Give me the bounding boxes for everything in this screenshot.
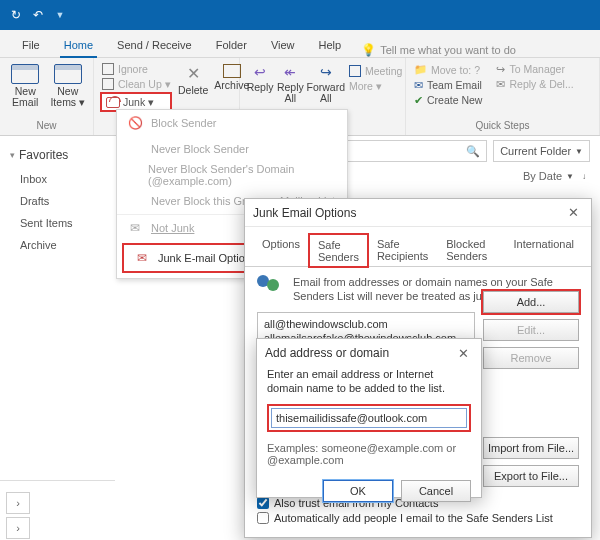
delete-button[interactable]: ✕ Delete [178,62,208,112]
qat-dropdown-icon[interactable]: ▼ [50,5,70,25]
edit-button: Edit... [483,319,579,341]
people-icon [257,275,285,295]
sidebar-item-inbox[interactable]: Inbox [0,168,115,190]
meeting-button[interactable]: Meeting [347,64,399,78]
menu-never-block-domain: Never Block Sender's Domain (@example.co… [117,162,347,188]
undo-icon[interactable]: ↶ [28,5,48,25]
address-input[interactable] [271,408,467,428]
favorites-header[interactable]: Favorites [0,136,115,168]
chevron-down-icon: ▼ [566,172,574,181]
sidebar-item-sent[interactable]: Sent Items [0,212,115,234]
sidebar-item-drafts[interactable]: Drafts [0,190,115,212]
ok-button[interactable]: OK [323,480,393,502]
add-address-dialog: Add address or domain ✕ Enter an email a… [256,338,482,498]
remove-button: Remove [483,347,579,369]
menubar: File Home Send / Receive Folder View Hel… [0,30,600,58]
quickstep-reply-delete[interactable]: ✉Reply & Del... [494,77,575,91]
block-icon: 🚫 [127,116,143,130]
new-email-button[interactable]: New Email [6,62,45,108]
archive-box-icon [223,64,241,78]
chevron-down-icon: ▼ [575,147,583,156]
list-item[interactable]: all@thewindowsclub.com [264,317,468,331]
close-icon[interactable]: ✕ [454,344,473,363]
junk-icon [106,97,120,108]
envelope-icon [54,64,82,84]
forward-arrow-icon: ↪ [320,64,332,80]
examples-text: Examples: someone@example.com or @exampl… [267,442,471,466]
add-button[interactable]: Add... [483,291,579,313]
reply-button[interactable]: ↩Reply [246,62,274,104]
quickstep-to-manager[interactable]: ↪To Manager [494,62,575,76]
tab-options[interactable]: Options [253,233,309,266]
menu-help[interactable]: Help [307,34,354,57]
nav-expand-button[interactable]: › [6,517,30,539]
more-respond-button[interactable]: More ▾ [347,79,399,93]
menu-view[interactable]: View [259,34,307,57]
sidebar-item-archive[interactable]: Archive [0,234,115,256]
reply-all-arrow-icon: ↞ [284,64,296,80]
envelope-icon [11,64,39,84]
window-titlebar: ↻ ↶ ▼ [0,0,600,30]
menu-block-sender: 🚫Block Sender [117,110,347,136]
menu-send-receive[interactable]: Send / Receive [105,34,204,57]
tab-blocked-senders[interactable]: Blocked Senders [437,233,504,266]
tab-safe-senders[interactable]: Safe Senders [309,234,368,267]
forward-button[interactable]: ↪Forward All [306,62,345,104]
dialog-tabs: Options Safe Senders Safe Recipients Blo… [245,227,591,267]
cancel-button[interactable]: Cancel [401,480,471,502]
cleanup-button[interactable]: Clean Up ▾ [100,77,172,91]
folder-sidebar: Favorites Inbox Drafts Sent Items Archiv… [0,136,115,540]
delete-x-icon: ✕ [187,64,200,83]
menu-never-block-sender: Never Block Sender [117,136,347,162]
chk-auto-add[interactable]: Automatically add people I email to the … [257,512,579,524]
search-scope-dropdown[interactable]: Current Folder▼ [493,140,590,162]
close-icon[interactable]: ✕ [564,203,583,222]
quickstep-create-new[interactable]: ✔Create New [412,93,484,107]
ribbon-group-new: New [6,120,87,131]
dialog-title: Add address or domain [265,346,389,360]
quickstep-team-email[interactable]: ✉Team Email [412,78,484,92]
import-from-file-button[interactable]: Import from File... [483,437,579,459]
dialog-prompt: Enter an email address or Internet domai… [267,367,471,396]
lightbulb-icon: 💡 [361,43,376,57]
menu-file[interactable]: File [10,34,52,57]
new-items-button[interactable]: New Items ▾ [49,62,88,108]
nav-expand-button[interactable]: › [6,492,30,514]
search-icon: 🔍 [466,145,480,158]
reply-arrow-icon: ↩ [254,64,266,80]
tab-safe-recipients[interactable]: Safe Recipients [368,233,437,266]
export-to-file-button[interactable]: Export to File... [483,465,579,487]
tab-international[interactable]: International [504,233,583,266]
ignore-button[interactable]: Ignore [100,62,172,76]
tell-me-search[interactable]: 💡 Tell me what you want to do [361,43,516,57]
sort-by-date[interactable]: By Date▼↓ [523,170,586,182]
quickstep-move-to[interactable]: 📁Move to: ? [412,62,484,77]
reply-all-button[interactable]: ↞Reply All [276,62,304,104]
ribbon-group-quicksteps: Quick Steps [412,120,593,131]
menu-folder[interactable]: Folder [204,34,259,57]
refresh-icon[interactable]: ↻ [6,5,26,25]
junk-options-icon: ✉ [134,251,150,265]
tell-me-label: Tell me what you want to do [380,44,516,56]
menu-home[interactable]: Home [52,34,105,57]
dialog-title: Junk Email Options [253,206,356,220]
envelope-icon: ✉ [127,221,143,235]
